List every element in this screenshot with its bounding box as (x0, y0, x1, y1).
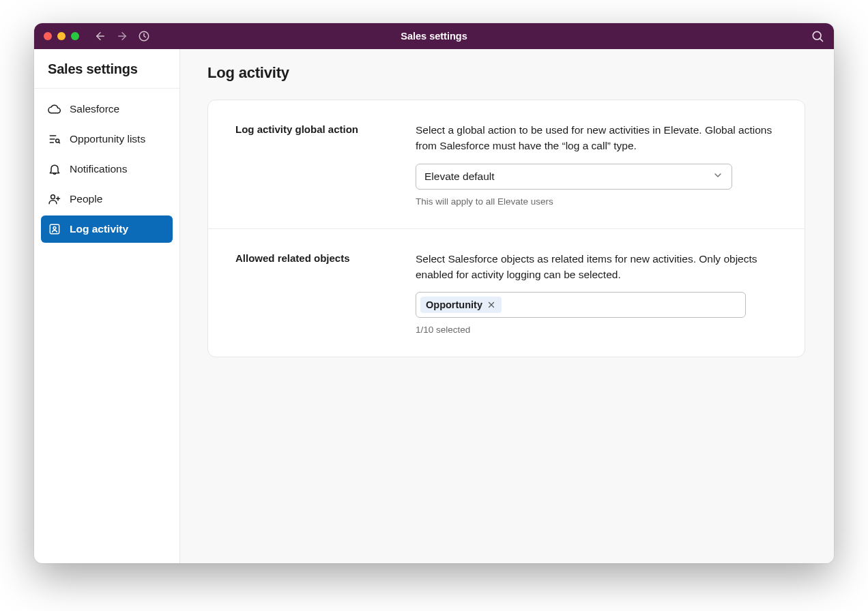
sidebar-item-opportunity-lists[interactable]: Opportunity lists (41, 125, 173, 153)
tag-label: Opportunity (426, 299, 482, 310)
sidebar-item-people[interactable]: People (41, 185, 173, 213)
sidebar: Sales settings Salesforce Opportunity li… (34, 49, 180, 563)
search-icon[interactable] (811, 29, 824, 43)
people-icon (48, 192, 61, 206)
minimize-window-button[interactable] (57, 32, 66, 40)
section-related-objects: Allowed related objects Select Salesforc… (208, 228, 805, 357)
window-title: Sales settings (401, 31, 467, 42)
sidebar-item-label: Log activity (70, 223, 128, 235)
main-content: Log activity Log activity global action … (180, 49, 834, 563)
history-icon[interactable] (138, 30, 150, 42)
remove-tag-icon[interactable] (487, 300, 496, 310)
section-description: Select a global action to be used for ne… (416, 122, 777, 154)
svg-point-3 (813, 31, 821, 40)
svg-line-9 (59, 142, 60, 143)
sidebar-title: Sales settings (34, 49, 179, 89)
bell-icon (48, 162, 61, 176)
sidebar-item-label: Salesforce (70, 103, 119, 115)
settings-card: Log activity global action Select a glob… (207, 100, 805, 357)
page-title: Log activity (207, 64, 807, 82)
sidebar-item-label: Opportunity lists (70, 133, 145, 145)
forward-icon[interactable] (116, 30, 128, 42)
chevron-down-icon (712, 170, 723, 183)
list-search-icon (48, 132, 61, 146)
svg-point-14 (53, 226, 56, 229)
svg-point-10 (51, 195, 55, 199)
cloud-icon (48, 102, 61, 116)
svg-line-4 (820, 39, 823, 42)
global-action-select[interactable]: Elevate default (416, 164, 732, 190)
sidebar-item-notifications[interactable]: Notifications (41, 155, 173, 183)
related-objects-input[interactable]: Opportunity (416, 292, 746, 318)
sidebar-item-label: People (70, 193, 102, 205)
titlebar: Sales settings (34, 23, 834, 49)
sidebar-list: Salesforce Opportunity lists Notificatio… (34, 89, 179, 250)
log-activity-icon (48, 222, 61, 236)
sidebar-item-salesforce[interactable]: Salesforce (41, 95, 173, 123)
helper-text: This will apply to all Elevate users (416, 196, 777, 207)
section-label: Allowed related objects (235, 251, 388, 336)
app-window: Sales settings Sales settings Salesforce (34, 23, 834, 563)
maximize-window-button[interactable] (71, 32, 79, 40)
section-description: Select Salesforce objects as related ite… (416, 251, 777, 283)
window-controls (44, 32, 79, 40)
back-icon[interactable] (94, 30, 106, 42)
sidebar-item-log-activity[interactable]: Log activity (41, 215, 173, 243)
select-value: Elevate default (424, 170, 495, 183)
close-window-button[interactable] (44, 32, 52, 40)
tag-opportunity: Opportunity (420, 297, 502, 313)
sidebar-item-label: Notifications (70, 163, 127, 175)
section-label: Log activity global action (235, 122, 388, 207)
section-global-action: Log activity global action Select a glob… (208, 100, 805, 228)
helper-text: 1/10 selected (416, 325, 777, 335)
